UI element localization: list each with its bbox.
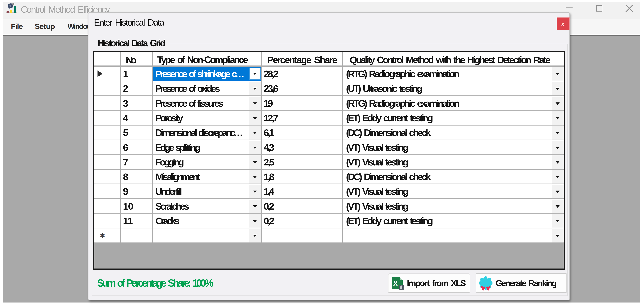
svg-text:X: X [393,280,398,287]
